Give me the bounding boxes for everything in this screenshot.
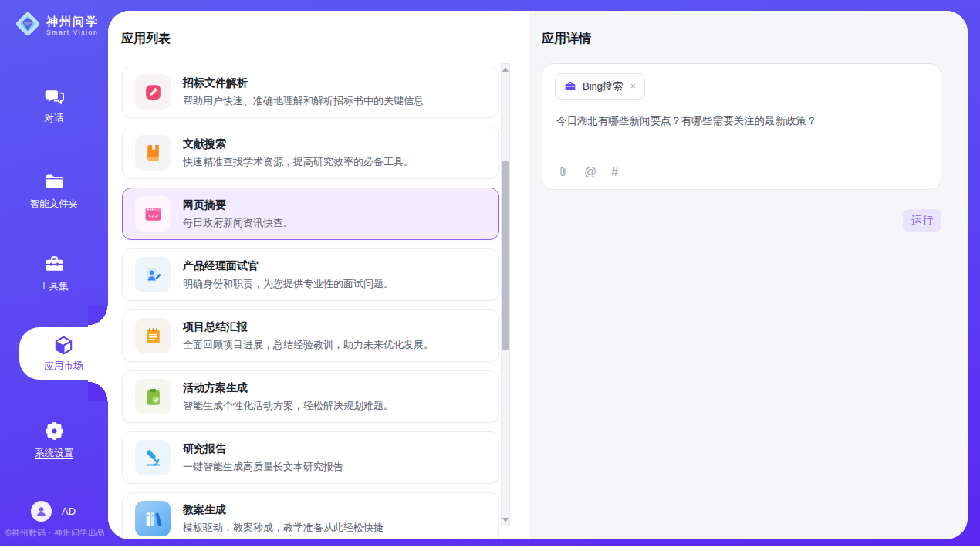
active-tab-notch-top xyxy=(88,306,108,327)
mention-at-icon[interactable]: @ xyxy=(584,165,596,178)
sidebar-item-chat[interactable]: 对话 xyxy=(0,85,108,125)
app-detail-title: 应用详情 xyxy=(542,31,591,47)
app-card-2[interactable]: </>网页摘要每日政府新闻资讯快查。 xyxy=(122,188,499,240)
clipboard-check-icon xyxy=(135,379,171,414)
scrollbar-thumb[interactable] xyxy=(502,161,509,350)
book-icon xyxy=(135,135,171,171)
app-card-6[interactable]: 研究报告一键智能生成高质量长文本研究报告 xyxy=(122,431,499,484)
app-card-description: 智能生成个性化活动方案，轻松解决规划难题。 xyxy=(183,399,394,413)
gear-icon xyxy=(44,420,65,441)
brand-subtitle: Smart Vision xyxy=(46,29,99,36)
copyright-note: ©神州数码 · 神州问学出品 xyxy=(5,528,108,539)
sidebar-item-label: 智能文件夹 xyxy=(30,198,79,211)
chat-icon xyxy=(44,85,65,106)
app-card-description: 模板驱动，教案秒成，教学准备从此轻松快捷 xyxy=(183,521,384,535)
query-input-card[interactable]: Bing搜索 × 今日湖北有哪些新闻要点？有哪些需要关注的最新政策？ @ # xyxy=(542,63,941,190)
app-card-0[interactable]: 招标文件解析帮助用户快速、准确地理解和解析招标书中的关键信息 xyxy=(122,66,499,118)
briefcase-icon xyxy=(564,80,576,93)
app-card-description: 快速精准查找学术资源，提高研究效率的必备工具。 xyxy=(183,155,414,169)
svg-text:</>: </> xyxy=(147,212,158,219)
app-card-title: 研究报告 xyxy=(183,442,343,456)
sidebar-item-folders[interactable]: 智能文件夹 xyxy=(0,171,108,211)
sidebar-item-label: 应用市场 xyxy=(45,360,83,373)
brand-logo: 神州问学 Smart Vision xyxy=(14,9,99,42)
scrollbar[interactable] xyxy=(501,63,510,526)
app-card-title: 产品经理面试官 xyxy=(183,259,394,273)
sidebar-item-label: 工具集 xyxy=(39,280,69,293)
hash-icon[interactable]: # xyxy=(611,165,618,178)
notepad-icon xyxy=(135,318,171,353)
app-card-description: 一键智能生成高质量长文本研究报告 xyxy=(183,460,343,474)
folder-icon xyxy=(44,171,65,192)
app-list-title: 应用列表 xyxy=(121,31,171,47)
app-card-description: 全面回顾项目进展，总结经验教训，助力未来优化发展。 xyxy=(183,338,434,352)
content-area: 应用列表 招标文件解析帮助用户快速、准确地理解和解析招标书中的关键信息文献搜索快… xyxy=(108,11,968,539)
tool-chip-label: Bing搜索 xyxy=(583,79,623,93)
app-card-title: 招标文件解析 xyxy=(183,76,424,90)
app-list-panel: 应用列表 招标文件解析帮助用户快速、准确地理解和解析招标书中的关键信息文献搜索快… xyxy=(108,11,529,539)
app-card-4[interactable]: 项目总结汇报全面回顾项目进展，总结经验教训，助力未来优化发展。 xyxy=(122,309,499,362)
edit-square-icon xyxy=(135,74,171,110)
app-card-description: 每日政府新闻资讯快查。 xyxy=(183,216,293,230)
sidebar: 神州问学 Smart Vision 对话智能文件夹工具集应用市场系统设置 AD … xyxy=(0,0,108,546)
user-row[interactable]: AD xyxy=(31,501,76,522)
user-avatar-icon xyxy=(31,501,52,522)
app-card-3[interactable]: 产品经理面试官明确身份和职责，为您提供专业性的面试问题。 xyxy=(122,248,499,301)
app-card-description: 明确身份和职责，为您提供专业性的面试问题。 xyxy=(183,277,394,291)
app-card-1[interactable]: 文献搜索快速精准查找学术资源，提高研究效率的必备工具。 xyxy=(122,127,499,179)
attachment-toolbar: @ # xyxy=(556,165,618,178)
app-card-title: 文献搜索 xyxy=(183,137,414,151)
run-button[interactable]: 运行 xyxy=(903,209,941,232)
paperclip-icon[interactable] xyxy=(556,165,569,178)
app-card-description: 帮助用户快速、准确地理解和解析招标书中的关键信息 xyxy=(183,94,424,108)
app-card-title: 项目总结汇报 xyxy=(183,320,434,334)
sidebar-item-tools[interactable]: 工具集 xyxy=(0,253,108,293)
scroll-down-icon[interactable] xyxy=(502,518,509,522)
browser-code-icon: </> xyxy=(135,196,171,232)
app-card-7[interactable]: 教案生成模板驱动，教案秒成，教学准备从此轻松快捷 xyxy=(122,492,499,539)
brand-name: 神州问学 xyxy=(46,15,99,29)
app-card-title: 网页摘要 xyxy=(183,198,293,212)
scroll-up-icon[interactable] xyxy=(502,67,509,72)
chip-close-icon[interactable]: × xyxy=(630,81,636,92)
user-initials: AD xyxy=(62,505,76,517)
gem-logo-icon xyxy=(14,9,42,42)
toolbox-icon xyxy=(44,253,65,275)
interviewer-icon xyxy=(135,257,171,292)
books-icon xyxy=(135,501,171,536)
sidebar-item-label: 对话 xyxy=(45,112,64,125)
app-card-title: 活动方案生成 xyxy=(183,381,394,395)
microscope-icon xyxy=(135,440,171,475)
app-card-5[interactable]: 活动方案生成智能生成个性化活动方案，轻松解决规划难题。 xyxy=(122,370,499,423)
app-card-title: 教案生成 xyxy=(183,503,384,517)
cube-icon xyxy=(52,335,75,357)
query-text[interactable]: 今日湖北有哪些新闻要点？有哪些需要关注的最新政策？ xyxy=(556,113,927,129)
sidebar-item-label: 系统设置 xyxy=(35,447,73,460)
sidebar-item-market[interactable]: 应用市场 xyxy=(19,327,108,380)
tool-chip-bing-search[interactable]: Bing搜索 × xyxy=(555,73,645,100)
active-tab-notch-bottom xyxy=(88,380,108,401)
sidebar-item-settings[interactable]: 系统设置 xyxy=(0,420,108,460)
app-detail-panel: 应用详情 Bing搜索 × 今日湖北有哪些新闻要点？有哪些需要关注的最新政策？ xyxy=(529,11,968,539)
